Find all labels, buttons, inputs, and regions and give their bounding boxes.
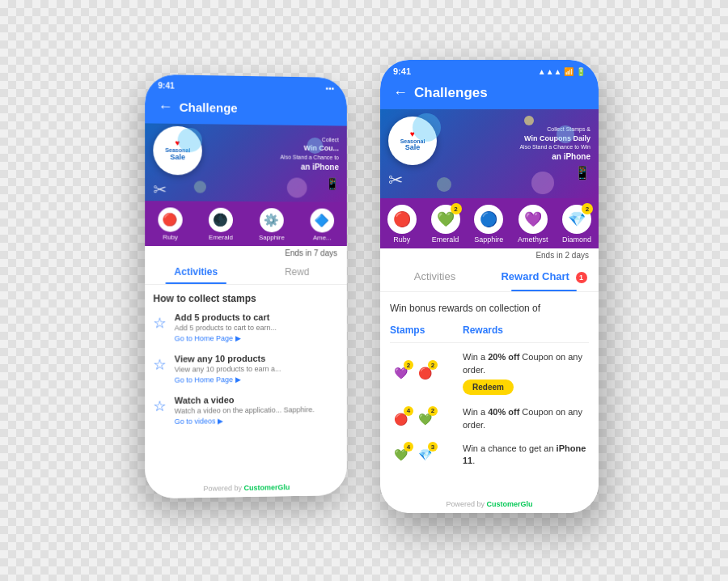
back-button-back[interactable]: ← [158, 98, 172, 115]
reward-table-header: Stamps Rewards [390, 324, 589, 343]
sale-badge-back: ♥ Seasonal Sale [153, 125, 202, 175]
how-to-title-back: How to collect stamps [153, 293, 339, 304]
tab-reward-back[interactable]: Rewd [247, 260, 347, 284]
activity-desc-2-back: View any 10 products to earn a... [175, 365, 281, 374]
activity-link-2-back[interactable]: Go to Home Page ▶ [175, 375, 281, 384]
activities-content-back: How to collect stamps ☆ Add 5 products t… [145, 285, 347, 481]
banner-back: ♥ Seasonal Sale ✂ Collect Win Cou... Als… [145, 123, 347, 202]
reward-row-2: 🔴 4 💚 2 Win a 40% off Coupon on any orde… [390, 406, 589, 431]
banner-right-back: Collect Win Cou... Also Stand a Chance t… [247, 135, 339, 193]
ends-text-front: Ends in 2 days [380, 248, 599, 262]
ends-text-back: Ends in 7 days [145, 246, 347, 261]
gem-ame-back[interactable]: 🔷 Ame... [310, 208, 334, 241]
status-icons-front: ▲▲▲ 📶 🔋 [538, 67, 586, 76]
banner-left-front: ♥ Seasonal Sale ✂ [388, 117, 489, 191]
gem-ruby-front[interactable]: 🔴 Ruby [387, 205, 417, 244]
tab-activities-front[interactable]: Activities [380, 262, 489, 291]
stamp-emerald-2: 💚 2 [414, 409, 435, 430]
tab-activities-back[interactable]: Activities [145, 260, 247, 284]
reward-text-1: Win a 20% off Coupon on any order. Redee… [463, 351, 589, 395]
front-phone: 9:41 ▲▲▲ 📶 🔋 ← Challenges [380, 60, 599, 513]
activity-link-3-back[interactable]: Go to videos ▶ [175, 416, 315, 426]
tab-badge-reward: 1 [576, 272, 587, 283]
reward-chart-content: Win bonus rewards on collection of Stamp… [380, 292, 599, 495]
stamp-ruby-2: 🔴 4 [390, 409, 411, 430]
activity-desc-3-back: Watch a video on the applicatio... Sapph… [175, 405, 315, 415]
time-front: 9:41 [393, 66, 411, 76]
stamps-group-3: 💚 4 💎 3 [390, 444, 456, 465]
col-stamps-label: Stamps [390, 324, 463, 336]
banner-right-front: Collect Stamps & Win Coupons Daily Also … [489, 125, 590, 183]
tab-reward-chart-front[interactable]: Reward Chart 1 [489, 262, 599, 291]
star-icon-1-back: ☆ [153, 314, 166, 332]
banner-left-back: ♥ Seasonal Sale ✂ [153, 125, 247, 199]
activity-item-back-1: ☆ Add 5 products to cart Add 5 products … [153, 312, 339, 343]
activity-link-1-back[interactable]: Go to Home Page ▶ [175, 334, 277, 343]
activity-desc-1-back: Add 5 products to cart to earn... [175, 324, 277, 332]
reward-intro: Win bonus rewards on collection of [390, 302, 589, 316]
tabs-back: Activities Rewd [145, 260, 347, 285]
status-icons-back: ▪▪▪ [326, 84, 334, 93]
star-icon-2-back: ☆ [153, 356, 166, 374]
activity-title-1-back: Add 5 products to cart [175, 312, 277, 322]
stamp-amethyst-1: 💜 2 [390, 363, 411, 384]
activity-title-3-back: Watch a video [175, 394, 315, 405]
banner-front: ♥ Seasonal Sale ✂ Collect Stamps & Win C… [380, 109, 599, 198]
gem-ruby-back[interactable]: 🔴 Ruby [158, 207, 182, 240]
gems-bar-back: 🔴 Ruby 🌑 Emerald ⚙️ Sapphire 🔷 Ame... [145, 201, 347, 246]
activity-item-back-3: ☆ Watch a video Watch a video on the app… [153, 394, 339, 426]
footer-back: Powered by CustomerGlu [145, 477, 347, 498]
status-bar-front: 9:41 ▲▲▲ 📶 🔋 [380, 60, 599, 79]
header-front: ← Challenges [380, 79, 599, 109]
stamp-emerald-3: 💚 4 [390, 444, 411, 465]
redeem-button-1[interactable]: Redeem [463, 380, 514, 395]
gem-amethyst-front[interactable]: 💜 Amethyst [518, 205, 548, 244]
col-rewards-label: Rewards [463, 324, 589, 336]
activity-item-back-2: ☆ View any 10 products View any 10 produ… [153, 353, 339, 384]
tabs-front: Activities Reward Chart 1 [380, 262, 599, 292]
reward-text-3: Win a chance to get an iPhone 11. [463, 443, 589, 468]
header-title-front: Challenges [414, 85, 488, 101]
gem-emerald-back[interactable]: 🌑 Emerald [209, 208, 233, 241]
sale-badge-front: ♥ Seasonal Sale [388, 117, 437, 165]
star-icon-3-back: ☆ [153, 397, 166, 415]
reward-row-1: 💜 2 🔴 2 Win a 20% off Coupon on any orde… [390, 351, 589, 395]
time-back: 9:41 [158, 81, 174, 90]
activity-title-2-back: View any 10 products [175, 354, 281, 364]
footer-front: Powered by CustomerGlu [380, 495, 599, 513]
header-back: ← Challenge [145, 93, 347, 126]
gem-sapphire-front[interactable]: 🔵 Sapphire [474, 205, 503, 244]
header-title-back: Challenge [180, 100, 238, 115]
reward-text-2: Win a 40% off Coupon on any order. [463, 406, 589, 431]
stamps-group-2: 🔴 4 💚 2 [390, 409, 456, 430]
reward-row-3: 💚 4 💎 3 Win a chance to get an iPhone 11… [390, 443, 589, 468]
gems-bar-front: 🔴 Ruby 💚 2 Emerald 🔵 Sapphire [380, 198, 599, 248]
stamp-ruby-1: 🔴 2 [414, 363, 435, 384]
stamps-group-1: 💜 2 🔴 2 [390, 363, 456, 384]
gem-diamond-front[interactable]: 💎 2 Diamond [562, 205, 591, 244]
back-button-front[interactable]: ← [393, 84, 408, 101]
stamp-diamond-3: 💎 3 [414, 444, 435, 465]
back-phone: 9:41 ▪▪▪ ← Challenge [145, 74, 347, 498]
gem-sapphire-back[interactable]: ⚙️ Sapphire [259, 208, 285, 241]
gem-emerald-front[interactable]: 💚 2 Emerald [431, 205, 460, 244]
